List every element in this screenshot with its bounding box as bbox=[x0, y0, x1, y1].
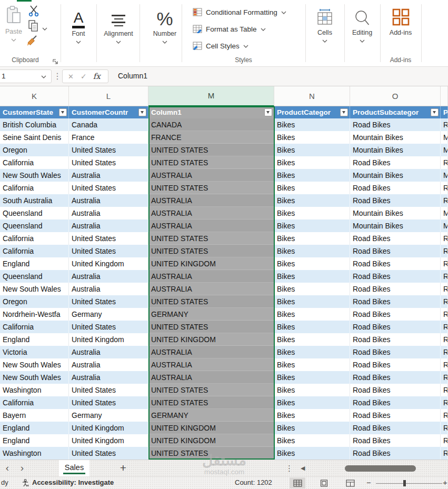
formula-bar-resize-dots[interactable]: ⋮ bbox=[53, 69, 62, 83]
cell[interactable]: England bbox=[0, 434, 69, 447]
cell[interactable]: R bbox=[441, 245, 448, 257]
cell[interactable]: Road Bikes bbox=[350, 447, 441, 460]
cell[interactable]: UNITED STATES bbox=[148, 232, 274, 245]
page-layout-view-button[interactable] bbox=[316, 477, 332, 488]
filter-button[interactable] bbox=[59, 108, 67, 116]
cell[interactable]: FRANCE bbox=[148, 131, 274, 144]
cell[interactable]: Road Bikes bbox=[350, 194, 441, 207]
cell[interactable]: M bbox=[441, 169, 448, 182]
cell[interactable]: M bbox=[441, 144, 448, 156]
cell[interactable]: UNITED STATES bbox=[148, 384, 274, 396]
cell[interactable]: M bbox=[441, 207, 448, 219]
scroll-left-arrow[interactable]: ◀ bbox=[301, 460, 305, 476]
cell[interactable]: Bikes bbox=[274, 321, 350, 333]
cell[interactable]: Queensland bbox=[0, 219, 69, 232]
cell[interactable]: Germany bbox=[69, 409, 148, 422]
cell[interactable]: Mountain Bikes bbox=[350, 169, 441, 182]
filter-button[interactable] bbox=[264, 108, 272, 116]
cell[interactable]: UNITED KINGDOM bbox=[148, 422, 274, 434]
conditional-formatting-button[interactable]: Conditional Formatting bbox=[193, 6, 286, 18]
cell[interactable]: Road Bikes bbox=[350, 118, 441, 131]
cell[interactable]: AUSTRALIA bbox=[148, 270, 274, 283]
cell[interactable]: Bikes bbox=[274, 333, 350, 346]
cell[interactable]: Road Bikes bbox=[350, 333, 441, 346]
cell[interactable]: Mountain Bikes bbox=[350, 131, 441, 144]
cell[interactable]: Road Bikes bbox=[350, 283, 441, 295]
cell[interactable]: Bikes bbox=[274, 434, 350, 447]
cell[interactable]: Bikes bbox=[274, 118, 350, 131]
table-header-customerstate[interactable]: CustomerState bbox=[0, 106, 69, 118]
cell[interactable]: Road Bikes bbox=[350, 409, 441, 422]
cell[interactable]: England bbox=[0, 333, 69, 346]
font-group-button[interactable]: A Font bbox=[61, 5, 96, 44]
cell[interactable]: Road Bikes bbox=[350, 384, 441, 396]
cell[interactable]: Road Bikes bbox=[350, 434, 441, 447]
cell[interactable]: AUSTRALIA bbox=[148, 169, 274, 182]
cell[interactable]: UNITED KINGDOM bbox=[148, 434, 274, 447]
cell[interactable]: R bbox=[441, 194, 448, 207]
cell[interactable]: California bbox=[0, 396, 69, 409]
cell[interactable]: Australia bbox=[69, 207, 148, 219]
column-letter-N[interactable]: N bbox=[274, 86, 350, 106]
cell[interactable]: Washington bbox=[0, 447, 69, 460]
filter-button[interactable] bbox=[431, 108, 439, 116]
cancel-icon[interactable]: ✕ bbox=[68, 73, 74, 81]
cell[interactable]: UNITED STATES bbox=[148, 182, 274, 194]
cell[interactable]: Road Bikes bbox=[350, 308, 441, 321]
cell[interactable]: AUSTRALIA bbox=[148, 219, 274, 232]
cell[interactable]: United States bbox=[69, 384, 148, 396]
cell[interactable]: AUSTRALIA bbox=[148, 346, 274, 358]
cell[interactable]: Victoria bbox=[0, 346, 69, 358]
cell[interactable]: Australia bbox=[69, 346, 148, 358]
cell[interactable]: Bikes bbox=[274, 144, 350, 156]
new-sheet-button[interactable]: + bbox=[117, 460, 130, 476]
cell[interactable]: Australia bbox=[69, 169, 148, 182]
cell[interactable]: Bikes bbox=[274, 283, 350, 295]
cell[interactable]: Road Bikes bbox=[350, 182, 441, 194]
cell[interactable]: Canada bbox=[69, 118, 148, 131]
tab-bar-splitter-dots[interactable]: ⋮ bbox=[285, 460, 293, 476]
cell[interactable]: Bikes bbox=[274, 358, 350, 371]
number-group-button[interactable]: % Number bbox=[144, 3, 185, 44]
cell[interactable]: R bbox=[441, 295, 448, 308]
zoom-in-button[interactable]: + bbox=[443, 477, 447, 488]
cell[interactable]: Bikes bbox=[274, 371, 350, 384]
cell[interactable]: R bbox=[441, 396, 448, 409]
page-break-preview-button[interactable] bbox=[342, 477, 358, 488]
column-letter-M[interactable]: M bbox=[148, 86, 274, 106]
cell[interactable]: UNITED STATES bbox=[148, 447, 274, 460]
cell[interactable]: Road Bikes bbox=[350, 422, 441, 434]
cell[interactable]: R bbox=[441, 371, 448, 384]
cell[interactable]: UNITED KINGDOM bbox=[148, 257, 274, 270]
column-letter-O[interactable]: O bbox=[350, 86, 441, 106]
cell[interactable]: California bbox=[0, 321, 69, 333]
cell[interactable]: Australia bbox=[69, 270, 148, 283]
cell[interactable]: Australia bbox=[69, 371, 148, 384]
editing-group-button[interactable]: Editing bbox=[345, 4, 379, 43]
horizontal-scrollbar-thumb[interactable] bbox=[345, 465, 416, 472]
cell[interactable]: Oregon bbox=[0, 144, 69, 156]
column-letter-L[interactable]: L bbox=[69, 86, 148, 106]
cell[interactable]: Bikes bbox=[274, 422, 350, 434]
cell[interactable]: R bbox=[441, 447, 448, 460]
cell[interactable]: M bbox=[441, 131, 448, 144]
cell[interactable]: R bbox=[441, 422, 448, 434]
normal-view-button[interactable] bbox=[290, 477, 305, 488]
cell[interactable]: UNITED STATES bbox=[148, 144, 274, 156]
table-header-productcategor[interactable]: ProductCategor bbox=[274, 106, 350, 118]
enter-icon[interactable]: ✓ bbox=[81, 72, 87, 81]
cell[interactable]: Mountain Bikes bbox=[350, 219, 441, 232]
cell[interactable]: Bikes bbox=[274, 257, 350, 270]
cell[interactable]: Bikes bbox=[274, 207, 350, 219]
cell[interactable]: Washington bbox=[0, 384, 69, 396]
cell[interactable]: R bbox=[441, 308, 448, 321]
cell[interactable]: Bikes bbox=[274, 396, 350, 409]
cell[interactable]: Mountain Bikes bbox=[350, 144, 441, 156]
cell[interactable]: United States bbox=[69, 156, 148, 169]
cell[interactable]: California bbox=[0, 182, 69, 194]
cell[interactable]: R bbox=[441, 321, 448, 333]
cell[interactable]: British Columbia bbox=[0, 118, 69, 131]
cell[interactable]: M bbox=[441, 219, 448, 232]
cell[interactable]: AUSTRALIA bbox=[148, 194, 274, 207]
cell[interactable]: United Kingdom bbox=[69, 333, 148, 346]
